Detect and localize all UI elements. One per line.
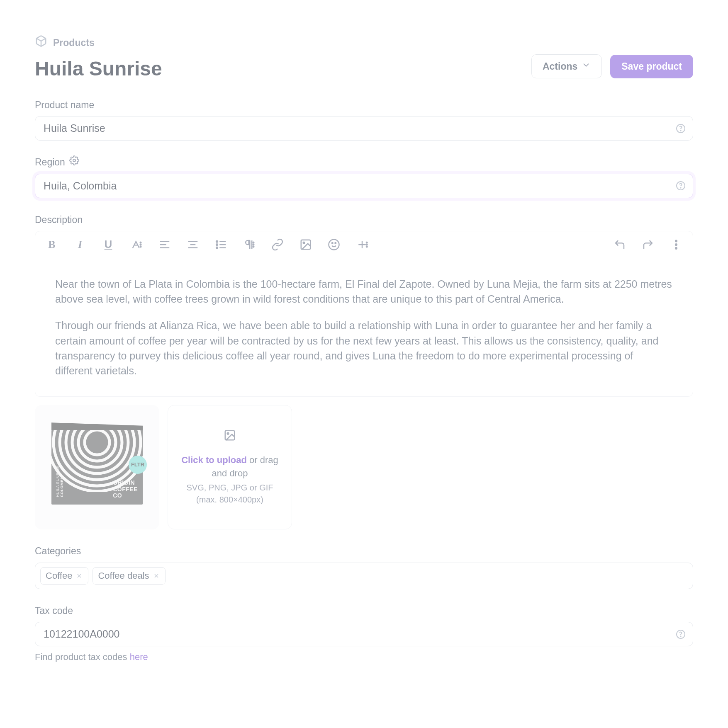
product-name-label: Product name — [35, 98, 693, 112]
region-input[interactable] — [35, 174, 693, 198]
svg-point-51 — [680, 636, 681, 636]
svg-point-37 — [85, 430, 110, 455]
svg-point-3 — [73, 159, 75, 162]
font-options-button[interactable] — [130, 238, 143, 251]
svg-point-8 — [140, 242, 141, 243]
svg-point-35 — [675, 244, 677, 245]
tax-code-link[interactable]: here — [130, 652, 148, 662]
help-icon[interactable] — [676, 629, 686, 639]
svg-point-26 — [329, 239, 339, 250]
svg-point-19 — [216, 244, 218, 245]
paragraph-button[interactable] — [243, 238, 256, 251]
svg-point-20 — [216, 247, 218, 249]
remove-tag-button[interactable] — [75, 572, 83, 580]
svg-point-23 — [253, 242, 254, 243]
description-editor: B I U — [35, 231, 693, 397]
tax-code-input[interactable] — [35, 622, 693, 646]
svg-point-28 — [335, 243, 336, 244]
category-tag: Coffee — [40, 567, 88, 585]
svg-point-45 — [227, 433, 229, 434]
svg-point-6 — [140, 246, 141, 248]
save-button[interactable]: Save product — [610, 55, 693, 78]
svg-point-31 — [366, 246, 368, 248]
align-center-button[interactable] — [186, 238, 200, 251]
align-left-button[interactable] — [158, 238, 171, 251]
list-button[interactable] — [214, 238, 228, 251]
svg-point-21 — [253, 246, 254, 248]
page-title: Huila Sunrise — [35, 54, 162, 83]
breadcrumb-label: Products — [53, 36, 95, 50]
chevron-down-icon — [582, 61, 591, 72]
redo-button[interactable] — [641, 238, 655, 251]
svg-point-22 — [253, 244, 254, 245]
description-paragraph: Through our friends at Alianza Rica, we … — [55, 318, 673, 378]
cube-icon — [35, 35, 47, 51]
help-icon[interactable] — [676, 124, 686, 133]
more-button[interactable] — [670, 238, 683, 251]
gear-icon[interactable] — [69, 155, 79, 169]
categories-input[interactable]: Coffee Coffee deals — [35, 563, 693, 589]
help-icon[interactable] — [676, 181, 686, 191]
product-image-thumbnail[interactable]: HUILA SUNRISE COLOMBIA ORIGIN COFFEE CO … — [35, 405, 159, 529]
insert-more-button[interactable] — [355, 238, 369, 251]
svg-point-5 — [680, 187, 681, 188]
description-textarea[interactable]: Near the town of La Plata in Colombia is… — [35, 258, 693, 397]
category-tag: Coffee deals — [93, 567, 165, 585]
categories-label: Categories — [35, 544, 693, 558]
description-paragraph: Near the town of La Plata in Colombia is… — [55, 277, 673, 307]
italic-button[interactable]: I — [73, 238, 87, 251]
svg-point-33 — [366, 242, 368, 243]
svg-point-27 — [332, 243, 333, 244]
svg-point-18 — [216, 241, 218, 243]
product-name-input[interactable] — [35, 116, 693, 141]
svg-point-32 — [366, 244, 368, 245]
svg-point-2 — [680, 130, 681, 131]
emoji-button[interactable] — [327, 238, 341, 251]
actions-button[interactable]: Actions — [531, 54, 602, 78]
svg-point-34 — [675, 240, 677, 242]
breadcrumb[interactable]: Products — [35, 35, 693, 51]
bold-button[interactable]: B — [45, 238, 58, 251]
undo-button[interactable] — [613, 238, 626, 251]
region-label: Region — [35, 155, 65, 169]
upload-dropzone[interactable]: Click to upload or drag and drop SVG, PN… — [168, 405, 292, 529]
tax-code-label: Tax code — [35, 604, 693, 618]
remove-tag-button[interactable] — [153, 572, 160, 580]
svg-point-36 — [675, 248, 677, 249]
underline-button[interactable]: U — [102, 238, 115, 251]
link-button[interactable] — [271, 238, 284, 251]
svg-point-7 — [140, 244, 141, 245]
svg-point-25 — [303, 242, 305, 244]
tax-code-hint: Find product tax codes here — [35, 650, 693, 664]
image-button[interactable] — [299, 238, 312, 251]
description-label: Description — [35, 213, 693, 227]
upload-icon — [224, 429, 236, 445]
filter-badge: FLTR — [129, 456, 147, 474]
